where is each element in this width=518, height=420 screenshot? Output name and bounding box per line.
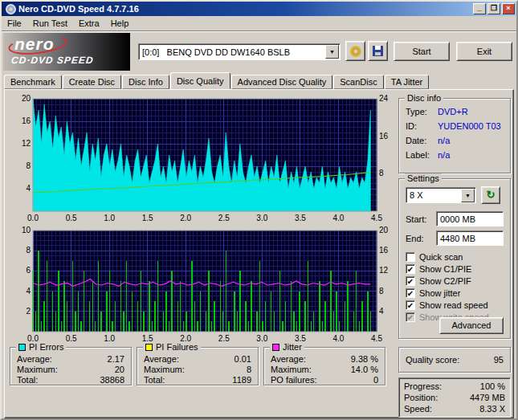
app-disc-icon (6, 4, 16, 14)
svg-text:20: 20 (22, 95, 31, 103)
progress-value: 100 % (480, 381, 505, 393)
stat-label: Average: (17, 354, 52, 365)
disc-id-value: YUDEN000 T03 (438, 121, 501, 133)
stat-value: 0.01 (235, 354, 251, 365)
stat-label: Maximum: (17, 365, 58, 376)
svg-text:0.5: 0.5 (66, 334, 77, 343)
stat-value: 1189 (232, 375, 251, 386)
menu-file[interactable]: File (2, 17, 27, 30)
chevron-down-icon[interactable]: ▼ (325, 45, 339, 59)
disc-label-value: n/a (438, 150, 450, 162)
svg-text:1.0: 1.0 (104, 214, 115, 222)
tab-disc-quality[interactable]: Disc Quality (170, 72, 230, 89)
disc-info-label: Type: (406, 107, 438, 119)
disc-info-title: Disc info (407, 93, 441, 103)
stat-value: 14.0 % (351, 365, 378, 376)
app-window: Nero CD-DVD Speed 4.7.7.16 _ ❐ × File Ru… (0, 0, 518, 420)
svg-text:4: 4 (26, 184, 31, 193)
refresh-icon: ↻ (487, 189, 496, 201)
menu-extra[interactable]: Extra (73, 17, 105, 30)
show-c1-pie-checkbox[interactable] (406, 264, 415, 274)
svg-text:3.5: 3.5 (295, 214, 306, 222)
quality-score-label: Quality score: (406, 355, 459, 365)
show-write-speed-checkbox (406, 312, 415, 322)
checkbox-row-show-jitter[interactable]: Show jitter (406, 287, 507, 299)
svg-text:0.0: 0.0 (27, 214, 39, 222)
menu-run-test[interactable]: Run Test (27, 17, 73, 30)
stat-value: 0 (373, 375, 378, 386)
progress-panel: Progress:100 % Position:4479 MB Speed:8.… (398, 377, 511, 418)
svg-text:8: 8 (379, 169, 384, 177)
save-button[interactable] (368, 41, 388, 61)
pi-errors-groupbox: PI Errors Average:2.17 Maximum:20 Total:… (10, 347, 132, 385)
tab-benchmark[interactable]: Benchmark (4, 75, 62, 89)
svg-text:8: 8 (26, 246, 31, 255)
start-button[interactable]: Start (394, 42, 450, 61)
pi-failures-jitter-chart: 246810481216200.00.51.01.52.02.53.03.54.… (11, 226, 398, 344)
disc-quality-panel: 48121620816240.00.51.01.52.02.53.03.54.0… (4, 89, 514, 418)
stat-label: Maximum: (144, 365, 185, 376)
svg-text:4.5: 4.5 (371, 334, 382, 343)
stat-label: Average: (144, 354, 179, 365)
drive-selector[interactable]: [0:0] BENQ DVD DD DW1640 BSLB ▼ (138, 43, 341, 60)
quality-score-groupbox: Quality score: 95 (398, 347, 511, 373)
checkbox-row-quick-scan[interactable]: Quick scan (406, 251, 507, 263)
chevron-down-icon[interactable]: ▼ (461, 189, 475, 202)
title-bar[interactable]: Nero CD-DVD Speed 4.7.7.16 _ ❐ × (2, 2, 516, 16)
speed-label: Speed: (404, 404, 432, 415)
checkbox-row-show-c1-pie[interactable]: Show C1/PIE (406, 263, 507, 275)
end-position-field[interactable] (436, 230, 504, 246)
header: nero CD·DVD SPEED [0:0] BENQ DVD DD DW16… (2, 32, 516, 72)
stat-value: 38868 (100, 375, 124, 386)
svg-text:4.0: 4.0 (332, 214, 344, 222)
svg-text:6: 6 (26, 266, 31, 275)
quick-scan-checkbox[interactable] (406, 252, 415, 262)
minimize-button[interactable]: _ (473, 3, 486, 14)
jitter-title: Jitter (283, 342, 302, 352)
stat-label: Maximum: (271, 365, 312, 376)
show-jitter-checkbox[interactable] (406, 288, 415, 298)
stat-label: Total: (144, 375, 165, 386)
checkbox-label: Show read speed (419, 300, 488, 310)
position-label: Position: (404, 393, 438, 404)
show-read-speed-checkbox[interactable] (406, 300, 415, 310)
svg-text:1.0: 1.0 (104, 334, 115, 343)
svg-text:2.5: 2.5 (218, 334, 230, 343)
exit-button[interactable]: Exit (456, 42, 512, 61)
svg-text:10: 10 (22, 226, 31, 234)
quality-score-value: 95 (494, 355, 504, 365)
tab-create-disc[interactable]: Create Disc (63, 75, 121, 89)
disc-info-label: ID: (406, 121, 438, 133)
speed-value: 8.33 X (479, 404, 505, 415)
nero-logo: nero CD·DVD SPEED (3, 33, 130, 71)
maximize-button[interactable]: ❐ (487, 3, 500, 14)
advanced-button[interactable]: Advanced (439, 317, 504, 334)
start-position-field[interactable] (436, 211, 504, 226)
tab-disc-info[interactable]: Disc Info (122, 75, 169, 89)
svg-text:4: 4 (379, 307, 384, 316)
tab-ta-jitter[interactable]: TA Jitter (385, 75, 430, 89)
checkbox-row-show-read-speed[interactable]: Show read speed (406, 300, 507, 311)
pi-errors-title: PI Errors (29, 342, 63, 352)
show-c2-pif-checkbox[interactable] (406, 276, 415, 286)
speed-selector[interactable]: 8 X ▼ (406, 187, 476, 203)
refresh-button[interactable]: ↻ (481, 186, 500, 204)
pi-errors-swatch (18, 344, 26, 351)
tab-scandisc[interactable]: ScanDisc (333, 75, 383, 89)
menu-help[interactable]: Help (105, 17, 135, 30)
settings-title: Settings (407, 173, 439, 183)
checkbox-row-show-c2-pif[interactable]: Show C2/PIF (406, 275, 507, 287)
svg-text:12: 12 (22, 139, 31, 148)
jitter-swatch (272, 344, 279, 351)
svg-text:2.5: 2.5 (218, 214, 230, 222)
eject-disc-button[interactable] (345, 41, 365, 61)
svg-text:8: 8 (26, 161, 31, 170)
settings-groupbox: Settings 8 X ▼ ↻ Start: End: Quick scan … (398, 178, 511, 339)
svg-text:4.0: 4.0 (332, 334, 344, 343)
start-field-label: Start: (406, 214, 436, 224)
close-button[interactable]: × (502, 3, 515, 14)
tab-strip: Benchmark Create Disc Disc Info Disc Qua… (4, 72, 514, 89)
menu-bar: File Run Test Extra Help (2, 16, 516, 31)
svg-text:3.0: 3.0 (256, 334, 267, 343)
tab-advanced-disc-quality[interactable]: Advanced Disc Quality (231, 75, 333, 89)
